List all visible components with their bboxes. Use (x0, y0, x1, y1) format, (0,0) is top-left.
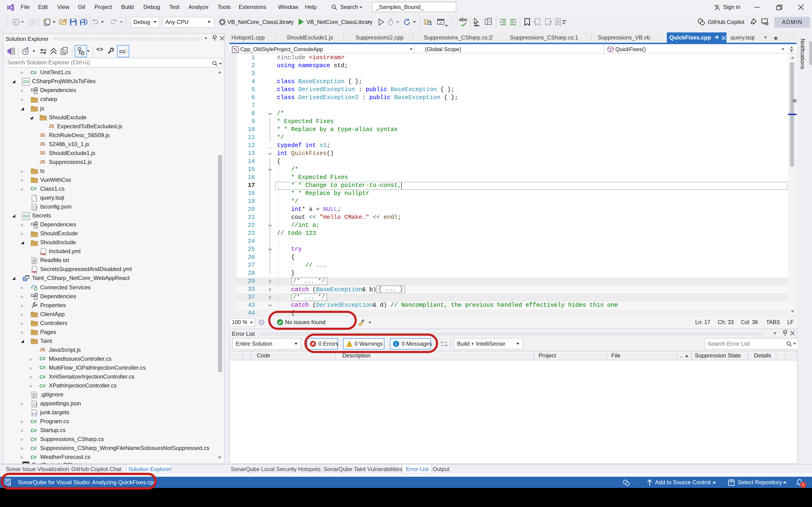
svg-text:YML: YML (40, 252, 47, 256)
svg-text:YML: YML (31, 270, 38, 273)
svg-text:{}: {} (33, 205, 37, 210)
svg-text:{}: {} (33, 402, 37, 406)
